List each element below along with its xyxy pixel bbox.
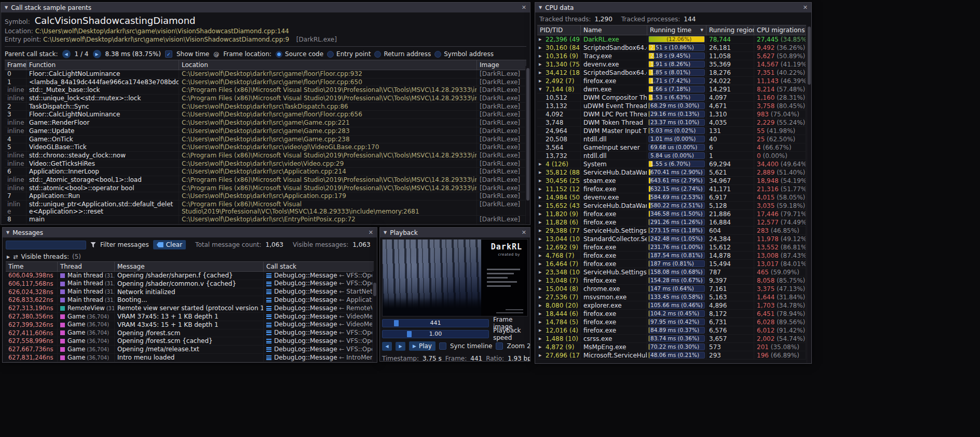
cpu-process-row[interactable]: ▶13,048(7)firefox.exe154.28 ms (0.67%)9,…: [537, 276, 806, 285]
collapse-arrow-icon[interactable]: ▼: [6, 230, 9, 235]
cpu-process-row[interactable]: ▶12,692(9)firefox.exe231.76 ms (1.00%)15…: [537, 243, 806, 251]
message-row[interactable]: 626,024,328nsMain thread(31,596)Network …: [6, 288, 374, 297]
expander-icon[interactable]: ▶: [539, 301, 543, 309]
message-filter-input[interactable]: [6, 241, 86, 249]
expander-icon[interactable]: ▶: [539, 343, 543, 351]
messages-column-header-thread[interactable]: Thread: [58, 262, 115, 271]
callstack-column-header-location[interactable]: Location: [179, 60, 477, 70]
radio-icon[interactable]: [327, 51, 334, 58]
message-row[interactable]: 626,833,622nsMain thread(31,596)Booting.…: [6, 296, 374, 304]
cpu-process-row[interactable]: ▶18,444(6)firefox.exe104.2 ms (0.45%)8,1…: [537, 310, 806, 318]
cpu-process-row[interactable]: ▶4,768(7)firefox.exe187.54 ms (0.81%)14,…: [537, 251, 806, 260]
messages-column-header-time[interactable]: Time: [6, 262, 58, 271]
expander-icon[interactable]: ▶: [539, 243, 543, 251]
expander-icon[interactable]: ▶: [539, 227, 543, 234]
playback-titlebar[interactable]: ▼ Playback ✕: [380, 228, 530, 237]
expander-icon[interactable]: ▶: [539, 168, 543, 176]
cpu-process-row[interactable]: ▶11,828(6)firefox.exe291.26 ms (1.26%)16…: [537, 218, 806, 227]
callstack-frame-row[interactable]: inlinestd::unique_ptr<Application,std::d…: [5, 201, 526, 216]
collapse-arrow-icon[interactable]: ▼: [539, 5, 542, 10]
callstack-scrollbar[interactable]: [525, 66, 530, 224]
cpu-column-header-pid-tid[interactable]: PID/TID: [537, 25, 581, 35]
cpu-process-row[interactable]: ▶15,004(8)chrome.exe147 ms (0.64%)7,1613…: [537, 285, 806, 293]
cpu-process-row[interactable]: 13,732ntdll.dll5.84 us (0.00%)10 (0.00%): [537, 152, 806, 160]
message-row[interactable]: 627,558,996nsGame(36,704)Opening /forest…: [6, 337, 374, 346]
message-row[interactable]: 627,399,326nsGame(36,704)VRAM 43x45: 15 …: [6, 321, 374, 329]
next-frame-button[interactable]: ▶: [396, 342, 405, 351]
visible-threads-toggle[interactable]: ▶ ⇄ Visible threads: (5): [3, 252, 377, 261]
message-row[interactable]: 606,117,568nsMain thread(31,596)Opening …: [6, 280, 374, 288]
expander-icon[interactable]: ▶: [539, 44, 543, 51]
message-callstack[interactable]: DebugLog::Message ← VideoMemo: [264, 313, 374, 321]
callstack-frame-row[interactable]: inlinestd::unique_lock<std::mutex>::lock…: [5, 95, 526, 103]
cpu-process-row[interactable]: ▶11,152(12)firefox.exe632.15 ms (2.74%)4…: [537, 185, 806, 193]
message-callstack[interactable]: DebugLog::Message ← VideoMemo: [264, 321, 374, 329]
cpu-process-row[interactable]: ▶29,388(77)ServiceHub.SettingsHost273.15…: [537, 227, 806, 235]
expander-icon[interactable]: ▶: [539, 268, 543, 276]
message-callstack[interactable]: DebugLog::Message ← VFS::Open: [264, 272, 374, 280]
cpu-process-row[interactable]: ▶14,784(5)firefox.exe97.95 ms (0.42%)6,7…: [537, 318, 806, 326]
message-row[interactable]: 627,313,190nsRemoteView(31,392)Remote vi…: [6, 304, 374, 313]
cpu-process-row[interactable]: 4,092DWM LPC Port Thread29.16 ms (0.13%)…: [537, 110, 806, 118]
next-callstack-button[interactable]: ▶: [93, 50, 101, 58]
cpu-column-header-name[interactable]: Name: [581, 25, 647, 35]
expander-icon[interactable]: ▶: [539, 177, 543, 184]
message-row[interactable]: 627,411,606nsGame(36,704)Opening /forest…: [6, 329, 374, 338]
callstack-frame-row[interactable]: inlineinvoke_maind:\agent\_work\63\s\src…: [5, 224, 526, 225]
collapse-arrow-icon[interactable]: ▼: [5, 5, 8, 10]
radio-icon[interactable]: [434, 51, 441, 58]
previous-frame-button[interactable]: ◀: [382, 342, 392, 351]
play-button[interactable]: ▶ Play: [409, 341, 435, 351]
expander-icon[interactable]: ▶: [539, 210, 543, 218]
callstack-frame-row[interactable]: 6Application::InnerLoopC:\Users\wolf\Des…: [5, 168, 526, 176]
callstack-titlebar[interactable]: ▼ Call stack sample parents ✕: [1, 3, 530, 12]
expander-icon[interactable]: ▶: [539, 335, 543, 342]
expander-icon[interactable]: ▶: [539, 193, 543, 201]
expander-icon[interactable]: ▶: [539, 185, 543, 193]
cpu-process-row[interactable]: ▶30,160(84)ScriptedSandbox64.exe2.51 s (…: [537, 44, 806, 52]
cpu-process-row[interactable]: 13,132uDWM Event Thread68.29 ms (0.30%)4…: [537, 102, 806, 110]
message-callstack[interactable]: DebugLog::Message ← VFS::Open: [264, 346, 374, 353]
message-callstack[interactable]: DebugLog::Message ← VFS::Open: [264, 280, 374, 288]
cpu-process-row[interactable]: ▶22,396(49)DarkRL.exe(12.06%)78,74427,44…: [537, 35, 806, 44]
callstack-column-header-function[interactable]: Function: [26, 60, 179, 70]
cpu-process-row[interactable]: 3,748DWM Token Thread23.37 ms (0.10%)4,0…: [537, 118, 806, 127]
message-callstack[interactable]: DebugLog::Message ← Application:: [264, 296, 374, 304]
callstack-frame-row[interactable]: 7Application::RunC:\Users\wolf\Desktop\d…: [5, 192, 526, 201]
close-icon[interactable]: ✕: [803, 4, 808, 11]
messages-scrollbar[interactable]: [372, 271, 377, 362]
cpu-process-row[interactable]: ▶16,464(7)firefox.exe187 ms (0.81%)15,49…: [537, 260, 806, 268]
expander-icon[interactable]: ▶: [539, 35, 543, 43]
expander-icon[interactable]: ▶: [539, 218, 543, 226]
cpu-process-row[interactable]: ▶8,080(20)explorer.exe105.66 ms (0.46%)4…: [537, 301, 806, 310]
message-row[interactable]: 627,667,736nsGame(36,704)Opening /meta/r…: [6, 346, 374, 354]
messages-column-header-call-stack[interactable]: Call stack: [264, 262, 374, 271]
cpu-process-row[interactable]: ▶12,016(4)firefox.exe84.89 ms (0.37%)6,5…: [537, 326, 806, 335]
callstack-frame-row[interactable]: 4Game::OnTickC:\Users\wolf\Desktop\darkr…: [5, 136, 526, 144]
callstack-column-header-frame[interactable]: Frame: [5, 60, 26, 70]
callstack-frame-row[interactable]: inlineGame::UpdateC:\Users\wolf\Desktop\…: [5, 127, 526, 136]
message-row[interactable]: 627,380,356nsGame(36,704)VRAM 37x45: 13 …: [6, 313, 374, 321]
expander-icon[interactable]: ▶: [539, 77, 543, 85]
frame-location-option-entry-point[interactable]: Entry point: [327, 50, 371, 58]
prev-callstack-button[interactable]: ◀: [62, 50, 71, 58]
callstack-frame-row[interactable]: 0Floor::CalcLightNoLuminanceC:\Users\wol…: [5, 70, 526, 78]
callstack-frame-row[interactable]: inlinestd::chrono::steady_clock::nowC:\P…: [5, 152, 526, 160]
cpu-process-row[interactable]: ▶27,536(7)msvsmon.exe133.45 ms (0.58%)5,…: [537, 293, 806, 301]
cpu-process-row[interactable]: 10,512DWM Compositor Thread1.53 s (6.63%…: [537, 94, 806, 102]
cpu-process-row[interactable]: 24,964DWM Master Input Thread5.03 ms (0.…: [537, 127, 806, 135]
expander-icon[interactable]: ▶: [539, 318, 543, 326]
callstack-frame-row[interactable]: 1<lambda_84a19dc444fae966ca174e83e708bdc…: [5, 78, 526, 87]
zoom-2x-checkbox[interactable]: [496, 342, 503, 350]
cpu-process-row[interactable]: ▼7,144(8)dwm.exe1.66 s (7.18%)14,2918,21…: [537, 85, 806, 94]
callstack-scrollbar-thumb[interactable]: [526, 68, 529, 201]
cpu-process-row[interactable]: ▶23,348(106)ServiceHub.SettingsHost158.0…: [537, 268, 806, 276]
radio-icon[interactable]: [276, 51, 282, 58]
cpu-process-row[interactable]: 20,508ntdll.dll1.01 ms (0.00%)4025 (62.5…: [537, 135, 806, 143]
expander-icon[interactable]: ▶: [539, 276, 543, 284]
callstack-frame-row[interactable]: 5VideoGLBase::TickC:\Users\wolf\Desktop\…: [5, 143, 526, 152]
expander-icon[interactable]: ▼: [539, 85, 543, 93]
cpu-process-row[interactable]: ▶2,492(7)firefox.exe1.71 s (7.42%)24,022…: [537, 77, 806, 85]
callstack-frame-row[interactable]: 3Floor::CalcLightNoLuminanceC:\Users\wol…: [5, 111, 526, 119]
callstack-frame-row[interactable]: inlinestd::atomic<bool>::operator boolC:…: [5, 184, 526, 193]
